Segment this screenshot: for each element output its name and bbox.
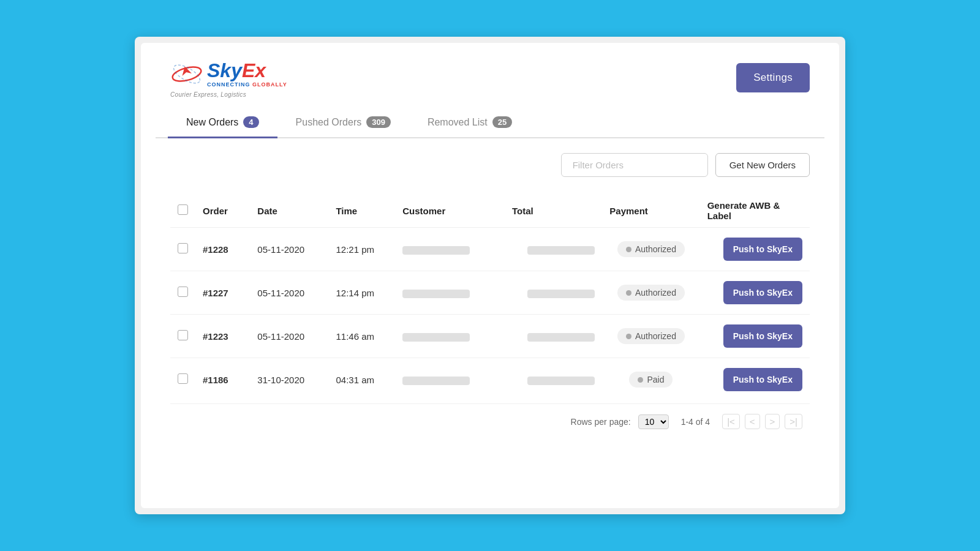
payment-dot-icon — [626, 247, 631, 252]
row-1228-order: #1228 — [195, 228, 250, 271]
prev-page-button[interactable]: < — [745, 414, 760, 429]
push-to-skyex-button-1186[interactable]: Push to SkyEx — [723, 368, 802, 391]
header-customer: Customer — [395, 194, 505, 228]
tab-removed-list-badge: 25 — [492, 116, 512, 128]
logo-tagline: Courier Express, Logistics — [170, 91, 246, 98]
table-header-row: Order Date Time Customer Total Payment G… — [170, 194, 810, 228]
row-1223-total — [505, 315, 602, 358]
row-1227-checkbox[interactable] — [178, 287, 188, 297]
row-1227-order: #1227 — [195, 271, 250, 315]
row-1223-order: #1223 — [195, 315, 250, 358]
payment-dot-icon — [626, 334, 631, 339]
payment-dot-icon — [638, 377, 643, 383]
header-order: Order — [195, 194, 250, 228]
row-1223-time: 11:46 am — [328, 315, 395, 358]
last-page-button[interactable]: >| — [785, 414, 802, 429]
header-time: Time — [328, 194, 395, 228]
pagination-bar: Rows per page: 10 25 50 1-4 of 4 |< < > … — [170, 403, 810, 434]
row-1228-time: 12:21 pm — [328, 228, 395, 271]
logo-ex: Ex — [242, 61, 266, 80]
row-1228-payment: Authorized — [602, 228, 699, 271]
row-1227-customer — [395, 271, 505, 315]
logo-area: Sky Ex CONNECTING GLOBALLY Courier Expre… — [170, 58, 287, 98]
header-total: Total — [505, 194, 602, 228]
logo-sky: Sky — [207, 61, 242, 80]
row-1223-action: Push to SkyEx — [700, 315, 810, 358]
row-1228-checkbox[interactable] — [178, 243, 188, 253]
tab-pushed-orders[interactable]: Pushed Orders 309 — [277, 108, 409, 138]
logo-text: Sky Ex — [207, 61, 287, 80]
row-1186-action: Push to SkyEx — [700, 358, 810, 402]
row-1223-payment-badge: Authorized — [617, 328, 685, 344]
row-1186-payment: Paid — [602, 358, 699, 402]
tab-pushed-orders-badge: 309 — [366, 116, 391, 128]
first-page-button[interactable]: |< — [722, 414, 740, 429]
svg-point-1 — [171, 61, 203, 86]
row-1223-date: 05-11-2020 — [250, 315, 328, 358]
app-window: Sky Ex CONNECTING GLOBALLY Courier Expre… — [135, 37, 845, 514]
table-row: #1186 31-10-2020 04:31 am Paid — [170, 358, 810, 402]
logo-subtitle: CONNECTING GLOBALLY — [207, 80, 287, 88]
row-1227-total — [505, 271, 602, 315]
next-page-button[interactable]: > — [765, 414, 780, 429]
payment-dot-icon — [626, 290, 631, 296]
row-1228-customer — [395, 228, 505, 271]
row-1223-payment: Authorized — [602, 315, 699, 358]
filter-orders-input[interactable] — [561, 153, 708, 177]
row-1227-action: Push to SkyEx — [700, 271, 810, 315]
row-1186-order: #1186 — [195, 358, 250, 402]
tabs-bar: New Orders 4 Pushed Orders 309 Removed L… — [156, 108, 824, 138]
get-new-orders-button[interactable]: Get New Orders — [715, 153, 810, 177]
row-1186-checkbox-cell — [170, 358, 195, 402]
row-1186-total — [505, 358, 602, 402]
row-1228-total — [505, 228, 602, 271]
row-1227-time: 12:14 pm — [328, 271, 395, 315]
row-1186-time: 04:31 am — [328, 358, 395, 402]
table-row: #1223 05-11-2020 11:46 am Authorized — [170, 315, 810, 358]
logo-container: Sky Ex CONNECTING GLOBALLY Courier Expre… — [170, 58, 287, 98]
row-1228-date: 05-11-2020 — [250, 228, 328, 271]
header-action: Generate AWB & Label — [700, 194, 810, 228]
row-1227-date: 05-11-2020 — [250, 271, 328, 315]
toolbar: Get New Orders — [170, 153, 810, 177]
row-1223-customer — [395, 315, 505, 358]
tab-removed-list[interactable]: Removed List 25 — [409, 108, 530, 138]
tab-new-orders-badge: 4 — [243, 116, 258, 128]
header-payment: Payment — [602, 194, 699, 228]
select-all-checkbox[interactable] — [178, 204, 188, 215]
row-1223-checkbox[interactable] — [178, 330, 188, 340]
rows-per-page-select[interactable]: 10 25 50 — [638, 414, 669, 429]
orders-table: Order Date Time Customer Total Payment G… — [170, 194, 810, 401]
logo-orbit-icon — [170, 58, 203, 91]
row-1228-payment-badge: Authorized — [617, 241, 685, 257]
table-row: #1228 05-11-2020 12:21 pm Authorized — [170, 228, 810, 271]
row-1227-payment-badge: Authorized — [617, 285, 685, 301]
table-row: #1227 05-11-2020 12:14 pm Authorized — [170, 271, 810, 315]
main-card: Sky Ex CONNECTING GLOBALLY Courier Expre… — [141, 43, 839, 508]
header-date: Date — [250, 194, 328, 228]
row-1186-checkbox[interactable] — [178, 373, 188, 384]
pagination-range: 1-4 of 4 — [681, 417, 710, 427]
push-to-skyex-button-1227[interactable]: Push to SkyEx — [723, 281, 802, 304]
content-area: Get New Orders Order Date Time Customer … — [141, 138, 839, 449]
rows-per-page-label: Rows per page: — [571, 417, 631, 427]
row-1227-payment: Authorized — [602, 271, 699, 315]
settings-button[interactable]: Settings — [736, 63, 810, 92]
row-1228-checkbox-cell — [170, 228, 195, 271]
tab-new-orders[interactable]: New Orders 4 — [168, 108, 277, 138]
row-1186-date: 31-10-2020 — [250, 358, 328, 402]
header: Sky Ex CONNECTING GLOBALLY Courier Expre… — [141, 43, 839, 108]
push-to-skyex-button-1223[interactable]: Push to SkyEx — [723, 324, 802, 348]
row-1186-customer — [395, 358, 505, 402]
row-1227-checkbox-cell — [170, 271, 195, 315]
select-all-header — [170, 194, 195, 228]
row-1228-action: Push to SkyEx — [700, 228, 810, 271]
push-to-skyex-button-1228[interactable]: Push to SkyEx — [723, 238, 802, 261]
row-1186-payment-badge: Paid — [629, 372, 673, 388]
row-1223-checkbox-cell — [170, 315, 195, 358]
